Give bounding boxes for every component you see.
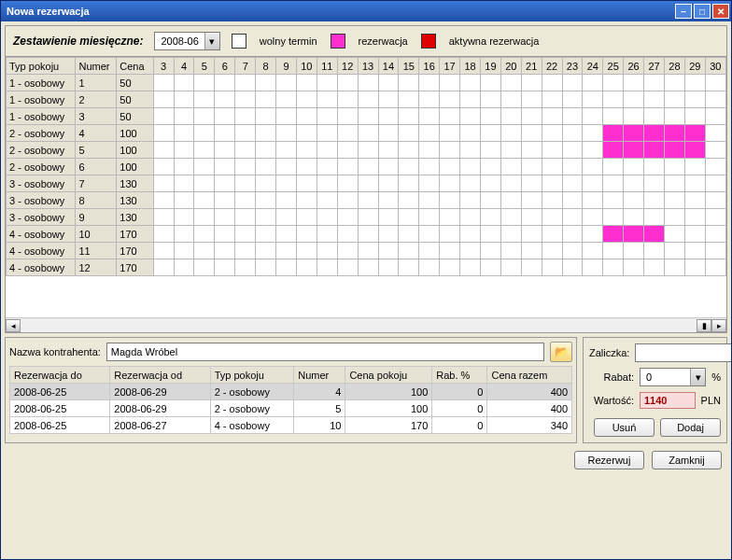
day-cell[interactable] [153,243,174,259]
day-cell[interactable] [215,142,235,159]
day-cell[interactable] [460,108,481,125]
day-cell[interactable] [174,259,194,276]
day-cell[interactable] [521,226,542,243]
day-cell[interactable] [684,259,705,276]
day-cell[interactable] [603,226,624,243]
day-cell[interactable] [399,108,419,125]
day-cell[interactable] [337,75,358,91]
day-cell[interactable] [358,159,378,175]
day-cell[interactable] [153,142,174,159]
day-cell[interactable] [276,209,297,226]
day-cell[interactable] [174,125,194,142]
day-cell[interactable] [337,125,358,142]
day-cell[interactable] [296,108,317,125]
day-cell[interactable] [378,209,399,226]
day-cell[interactable] [500,175,521,192]
day-cell[interactable] [542,175,562,192]
day-cell[interactable] [174,175,194,192]
day-cell[interactable] [521,125,542,142]
day-cell[interactable] [521,142,542,159]
day-cell[interactable] [399,192,419,209]
day-cell[interactable] [419,192,440,209]
day-cell[interactable] [419,259,440,276]
day-cell[interactable] [562,259,583,276]
day-cell[interactable] [296,226,317,243]
day-cell[interactable] [603,159,624,175]
close-button[interactable]: ✕ [712,4,729,19]
day-cell[interactable] [521,175,542,192]
day-cell[interactable] [337,142,358,159]
day-cell[interactable] [603,243,624,259]
day-cell[interactable] [296,125,317,142]
day-cell[interactable] [562,108,583,125]
day-cell[interactable] [521,192,542,209]
day-cell[interactable] [705,91,725,108]
day-cell[interactable] [276,243,297,259]
day-cell[interactable] [480,192,500,209]
day-cell[interactable] [440,259,460,276]
day-cell[interactable] [194,142,215,159]
day-cell[interactable] [583,91,603,108]
day-cell[interactable] [644,159,665,175]
day-cell[interactable] [215,159,235,175]
day-cell[interactable] [194,91,215,108]
contractor-input[interactable] [106,343,544,361]
day-cell[interactable] [194,192,215,209]
room-row[interactable]: 1 - osobowy350 [7,108,726,125]
day-cell[interactable] [276,108,297,125]
day-cell[interactable] [419,75,440,91]
day-cell[interactable] [358,243,378,259]
day-cell[interactable] [460,209,481,226]
month-select[interactable]: 2008-06 ▾ [154,32,219,50]
day-cell[interactable] [174,75,194,91]
day-cell[interactable] [521,108,542,125]
day-cell[interactable] [684,125,705,142]
day-cell[interactable] [256,243,276,259]
day-cell[interactable] [419,175,440,192]
day-cell[interactable] [215,209,235,226]
day-cell[interactable] [215,192,235,209]
day-cell[interactable] [296,159,317,175]
day-cell[interactable] [521,259,542,276]
day-cell[interactable] [644,175,665,192]
day-cell[interactable] [664,243,684,259]
day-cell[interactable] [276,125,297,142]
day-cell[interactable] [256,142,276,159]
day-cell[interactable] [235,125,256,142]
day-cell[interactable] [542,142,562,159]
day-cell[interactable] [664,159,684,175]
day-cell[interactable] [684,91,705,108]
day-cell[interactable] [644,243,665,259]
day-cell[interactable] [705,175,725,192]
day-cell[interactable] [500,91,521,108]
day-cell[interactable] [521,91,542,108]
day-cell[interactable] [644,108,665,125]
day-cell[interactable] [419,108,440,125]
maximize-button[interactable]: □ [694,4,711,19]
day-cell[interactable] [664,142,684,159]
day-cell[interactable] [215,125,235,142]
day-cell[interactable] [337,209,358,226]
day-cell[interactable] [317,175,337,192]
day-cell[interactable] [317,192,337,209]
day-cell[interactable] [500,75,521,91]
room-row[interactable]: 2 - osobowy4100 [7,125,726,142]
day-cell[interactable] [296,175,317,192]
day-cell[interactable] [542,226,562,243]
day-cell[interactable] [215,226,235,243]
day-cell[interactable] [194,75,215,91]
day-cell[interactable] [480,175,500,192]
day-cell[interactable] [440,142,460,159]
day-cell[interactable] [378,75,399,91]
day-cell[interactable] [603,91,624,108]
day-cell[interactable] [664,91,684,108]
day-cell[interactable] [460,125,481,142]
day-cell[interactable] [542,209,562,226]
day-cell[interactable] [684,175,705,192]
day-cell[interactable] [664,125,684,142]
day-cell[interactable] [296,192,317,209]
day-cell[interactable] [684,159,705,175]
delete-button[interactable]: Usuń [594,418,655,437]
day-cell[interactable] [153,209,174,226]
day-cell[interactable] [562,125,583,142]
